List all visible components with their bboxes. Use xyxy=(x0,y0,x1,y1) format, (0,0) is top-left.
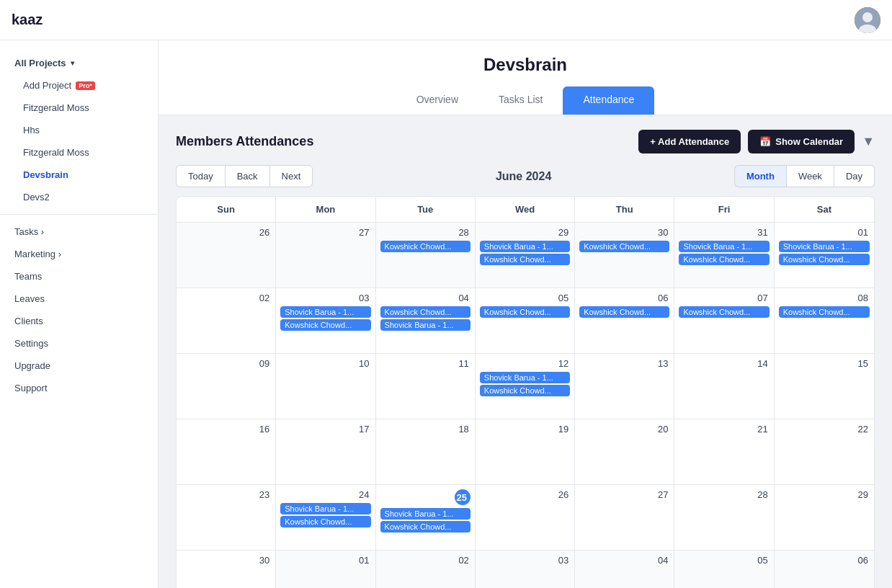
calendar-cell: 06 xyxy=(775,551,874,588)
event-chip[interactable]: Kowshick Chowd... xyxy=(679,306,769,318)
calendar-grid: SunMonTueWedThuFriSat 262728Kowshick Cho… xyxy=(176,196,875,588)
cell-events: Shovick Barua - 1...Kowshick Chowd... xyxy=(280,503,370,527)
calendar-cell: 13 xyxy=(575,354,674,419)
calendar-cell: 11 xyxy=(376,354,476,419)
sidebar-item-hhs[interactable]: Hhs xyxy=(0,119,158,141)
project-header: Devsbrain OverviewTasks ListAttendance xyxy=(159,40,892,115)
sidebar-nav-settings[interactable]: Settings xyxy=(0,332,158,355)
show-calendar-button[interactable]: 📅 Show Calendar xyxy=(748,130,855,153)
user-avatar[interactable] xyxy=(855,7,880,33)
calendar-cell: 04 xyxy=(575,551,674,588)
sidebar-item-devs2[interactable]: Devs2 xyxy=(0,186,158,208)
sidebar-item-fitzgerald-moss-1[interactable]: Fitzgerald Moss xyxy=(0,97,158,119)
sidebar-nav-upgrade[interactable]: Upgrade xyxy=(0,355,158,377)
sidebar-nav-clients[interactable]: Clients xyxy=(0,310,158,332)
event-chip[interactable]: Kowshick Chowd... xyxy=(280,319,370,331)
day-header-thu: Thu xyxy=(575,197,674,222)
event-chip[interactable]: Shovick Barua - 1... xyxy=(779,241,870,252)
event-chip[interactable]: Kowshick Chowd... xyxy=(779,254,870,265)
cell-events: Shovick Barua - 1...Kowshick Chowd... xyxy=(380,508,470,533)
show-calendar-label: Show Calendar xyxy=(775,136,843,147)
add-project-button[interactable]: Add Project Pro* xyxy=(0,74,158,97)
cell-date: 17 xyxy=(280,424,370,435)
event-chip[interactable]: Kowshick Chowd... xyxy=(480,306,570,318)
calendar-cell: 28 xyxy=(674,485,774,550)
cell-events: Shovick Barua - 1...Kowshick Chowd... xyxy=(679,241,769,265)
day-header-sun: Sun xyxy=(177,197,276,222)
calendar-cell: 22 xyxy=(775,419,874,484)
calendar-cell: 12Shovick Barua - 1...Kowshick Chowd... xyxy=(476,354,575,419)
event-chip[interactable]: Kowshick Chowd... xyxy=(380,241,470,252)
calendar-cell: 30 xyxy=(177,551,276,588)
calendar-cell: 31Shovick Barua - 1...Kowshick Chowd... xyxy=(674,223,774,288)
event-chip[interactable]: Kowshick Chowd... xyxy=(480,254,570,265)
calendar-cell: 05Kowshick Chowd... xyxy=(476,288,575,353)
event-chip[interactable]: Shovick Barua - 1... xyxy=(280,306,370,318)
event-chip[interactable]: Shovick Barua - 1... xyxy=(679,241,769,252)
view-buttons: MonthWeekDay xyxy=(734,165,875,187)
cell-date: 04 xyxy=(579,555,669,566)
back-button[interactable]: Back xyxy=(225,165,269,187)
sidebar-nav-list: Tasks ›Marketing ›TeamsLeavesClientsSett… xyxy=(0,220,158,399)
cell-date: 03 xyxy=(480,555,570,566)
all-projects-toggle[interactable]: All Projects ▾ xyxy=(0,52,158,74)
main-content: Devsbrain OverviewTasks ListAttendance M… xyxy=(159,40,892,588)
event-chip[interactable]: Kowshick Chowd... xyxy=(679,254,769,265)
view-btn-day[interactable]: Day xyxy=(834,165,875,187)
cell-date: 24 xyxy=(280,489,370,500)
day-header-fri: Fri xyxy=(674,197,774,222)
event-chip[interactable]: Kowshick Chowd... xyxy=(579,306,669,318)
filter-icon: ▼ xyxy=(862,134,875,148)
calendar-cell: 25Shovick Barua - 1...Kowshick Chowd... xyxy=(376,485,476,550)
view-btn-week[interactable]: Week xyxy=(786,165,834,187)
event-chip[interactable]: Shovick Barua - 1... xyxy=(480,372,570,383)
calendar-nav: Today Back Next June 2024 MonthWeekDay xyxy=(176,165,875,187)
event-chip[interactable]: Kowshick Chowd... xyxy=(480,385,570,396)
add-attendance-button[interactable]: + Add Attendance xyxy=(638,130,741,153)
sidebar-nav-tasks[interactable]: Tasks › xyxy=(0,220,158,243)
sidebar-nav-leaves[interactable]: Leaves xyxy=(0,288,158,310)
sidebar-item-fitzgerald-moss-2[interactable]: Fitzgerald Moss xyxy=(0,141,158,164)
sidebar-divider xyxy=(0,214,158,215)
event-chip[interactable]: Shovick Barua - 1... xyxy=(380,319,470,331)
event-chip[interactable]: Shovick Barua - 1... xyxy=(380,508,470,520)
tab-attendance[interactable]: Attendance xyxy=(563,86,654,115)
sidebar-nav-support[interactable]: Support xyxy=(0,377,158,399)
event-chip[interactable]: Kowshick Chowd... xyxy=(579,241,669,252)
sidebar-item-devsbrain[interactable]: Devsbrain xyxy=(0,164,158,186)
event-chip[interactable]: Kowshick Chowd... xyxy=(380,306,470,318)
calendar-week-1: 0203Shovick Barua - 1...Kowshick Chowd..… xyxy=(177,288,874,354)
calendar-cell: 08Kowshick Chowd... xyxy=(775,288,874,353)
filter-button[interactable]: ▼ xyxy=(862,134,875,149)
cell-date: 10 xyxy=(280,358,370,369)
cell-date: 29 xyxy=(779,489,870,500)
svg-point-1 xyxy=(862,12,873,22)
calendar-weeks: 262728Kowshick Chowd...29Shovick Barua -… xyxy=(177,223,874,588)
sidebar-nav-marketing[interactable]: Marketing › xyxy=(0,243,158,265)
sidebar-nav-teams[interactable]: Teams xyxy=(0,265,158,288)
all-projects-label: All Projects xyxy=(14,58,66,68)
cell-date: 18 xyxy=(380,424,470,435)
cell-events: Kowshick Chowd... xyxy=(679,306,769,318)
event-chip[interactable]: Kowshick Chowd... xyxy=(380,521,470,533)
today-button[interactable]: Today xyxy=(176,165,225,187)
pro-badge: Pro* xyxy=(76,81,95,90)
chevron-down-icon: ▾ xyxy=(71,59,74,67)
app-logo: kaaz xyxy=(12,12,43,28)
cell-events: Shovick Barua - 1...Kowshick Chowd... xyxy=(480,241,570,265)
event-chip[interactable]: Shovick Barua - 1... xyxy=(480,241,570,252)
event-chip[interactable]: Kowshick Chowd... xyxy=(779,306,870,318)
cell-events: Shovick Barua - 1...Kowshick Chowd... xyxy=(779,241,870,265)
calendar-cell: 02 xyxy=(177,288,276,353)
tab-overview[interactable]: Overview xyxy=(396,86,478,115)
event-chip[interactable]: Shovick Barua - 1... xyxy=(280,503,370,514)
cell-date: 16 xyxy=(181,424,271,435)
next-button[interactable]: Next xyxy=(269,165,313,187)
view-btn-month[interactable]: Month xyxy=(734,165,786,187)
current-period-label: June 2024 xyxy=(496,170,551,183)
calendar-cell: 20 xyxy=(575,419,674,484)
cell-date: 26 xyxy=(480,489,570,500)
event-chip[interactable]: Kowshick Chowd... xyxy=(280,516,370,527)
cell-date: 12 xyxy=(480,358,570,369)
tab-tasks-list[interactable]: Tasks List xyxy=(478,86,563,115)
